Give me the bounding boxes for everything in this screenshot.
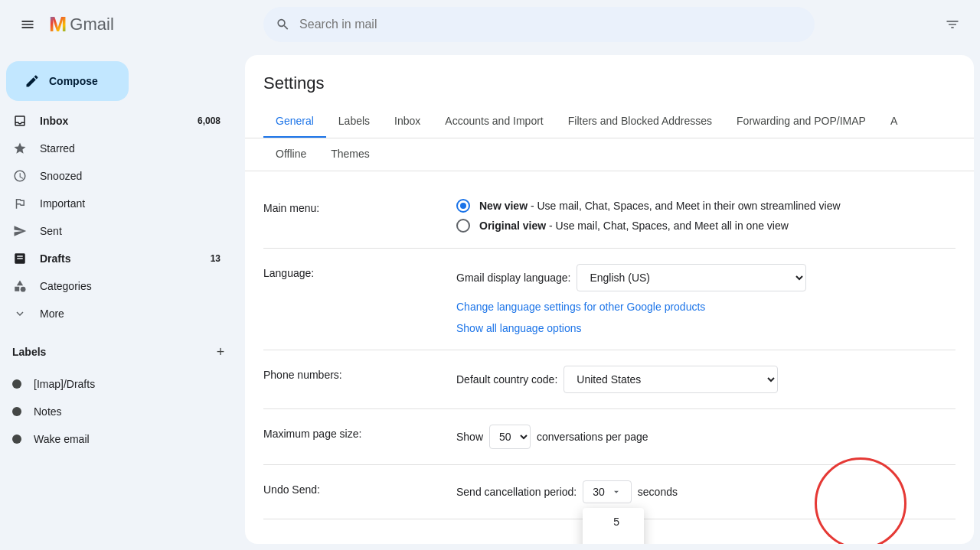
gmail-logo: M Gmail (49, 12, 114, 37)
tab-offline[interactable]: Offline (263, 138, 318, 171)
hamburger-button[interactable] (12, 9, 43, 40)
more-chevron-icon (12, 306, 28, 321)
sent-label: Sent (40, 225, 62, 237)
compose-icon (24, 73, 40, 89)
search-input[interactable] (299, 18, 802, 31)
snoozed-icon (12, 168, 28, 184)
main-menu-label: Main menu: (263, 199, 432, 214)
change-language-link[interactable]: Change language settings for other Googl… (456, 301, 956, 313)
language-label: Language: (263, 264, 432, 279)
header-right (937, 9, 968, 40)
drafts-icon (12, 251, 28, 266)
compose-button[interactable]: Compose (6, 61, 129, 101)
compose-label: Compose (49, 75, 98, 87)
header: M Gmail (0, 0, 980, 49)
send-cancellation-label: Send cancellation period: (456, 486, 577, 498)
search-bar[interactable] (263, 7, 815, 42)
label-imap-drafts: [Imap]/Drafts (34, 378, 95, 390)
country-select-row: Default country code: United States (456, 366, 956, 393)
tab-labels[interactable]: Labels (326, 106, 382, 138)
show-all-languages-link[interactable]: Show all language options (456, 322, 956, 334)
label-item-wake-email[interactable]: Wake email (0, 425, 233, 453)
page-size-content: Show 50 25 10 conversations per page (456, 425, 956, 449)
page-size-controls: Show 50 25 10 conversations per page (456, 425, 956, 449)
drafts-count: 13 (211, 253, 220, 264)
settings-title: Settings (245, 55, 974, 93)
label-wake-email: Wake email (34, 433, 90, 445)
important-label: Important (40, 197, 85, 210)
tab-accounts[interactable]: Accounts and Import (433, 106, 555, 138)
categories-icon (12, 278, 28, 294)
search-icon (276, 17, 290, 32)
country-code-select[interactable]: United States (564, 366, 778, 393)
language-select[interactable]: English (US) (577, 264, 806, 291)
sidebar-item-starred[interactable]: Starred (0, 135, 233, 162)
page-size-row: Maximum page size: Show 50 25 10 convers… (263, 409, 956, 465)
new-view-radio[interactable] (456, 199, 470, 213)
page-size-select[interactable]: 50 25 10 (489, 425, 531, 449)
sidebar-item-important[interactable]: Important (0, 190, 233, 217)
period-5-label: 5 (613, 516, 619, 528)
filter-icon[interactable] (937, 9, 968, 40)
label-item-imap-drafts[interactable]: [Imap]/Drafts (0, 370, 233, 398)
svg-rect-1 (15, 287, 19, 291)
sidebar-item-drafts[interactable]: Drafts 13 (0, 245, 233, 272)
display-language-label: Gmail display language: (456, 272, 570, 284)
tab-forwarding[interactable]: Forwarding and POP/IMAP (724, 106, 878, 138)
sidebar-item-snoozed[interactable]: Snoozed (0, 162, 233, 190)
labels-section: Labels + (0, 334, 245, 370)
label-dot-wake (12, 434, 21, 444)
new-view-option[interactable]: New view - Use mail, Chat, Spaces, and M… (456, 199, 956, 213)
period-option-10[interactable]: 10 (583, 535, 644, 544)
label-item-notes[interactable]: Notes (0, 398, 233, 425)
label-notes: Notes (34, 405, 62, 418)
language-row: Language: Gmail display language: Englis… (263, 249, 956, 350)
sidebar: Compose Inbox 6,008 Starred Snoozed (0, 49, 245, 550)
main-menu-row: Main menu: New view - Use mail, Chat, Sp… (263, 184, 956, 249)
svg-point-0 (21, 287, 26, 292)
undo-send-label: Undo Send: (263, 480, 432, 496)
starred-label: Starred (40, 142, 75, 155)
settings-content: Settings General Labels Inbox Accounts a… (245, 55, 974, 544)
undo-send-controls: Send cancellation period: 30 (456, 480, 956, 503)
main-layout: Compose Inbox 6,008 Starred Snoozed (0, 49, 980, 550)
sidebar-item-categories[interactable]: Categories (0, 272, 233, 300)
tab-themes[interactable]: Themes (318, 138, 382, 171)
settings-tabs: General Labels Inbox Accounts and Import… (245, 106, 974, 138)
settings-body: Main menu: New view - Use mail, Chat, Sp… (245, 171, 974, 532)
original-view-option[interactable]: Original view - Use mail, Chat, Spaces, … (456, 219, 956, 233)
phone-numbers-row: Phone numbers: Default country code: Uni… (263, 350, 956, 409)
inbox-label: Inbox (40, 115, 68, 127)
show-label: Show (456, 431, 483, 443)
phone-numbers-label: Phone numbers: (263, 366, 432, 381)
phone-numbers-content: Default country code: United States (456, 366, 956, 393)
sidebar-item-inbox[interactable]: Inbox 6,008 (0, 107, 233, 135)
settings-tabs-row2: Offline Themes (245, 138, 974, 171)
selected-period-value: 30 (593, 486, 605, 498)
undo-send-content: Send cancellation period: 30 (456, 480, 956, 503)
tab-more[interactable]: A (878, 106, 910, 138)
original-view-radio[interactable] (456, 219, 470, 233)
add-label-button[interactable]: + (208, 340, 233, 364)
cancellation-period-trigger[interactable]: 30 (583, 480, 632, 503)
sidebar-item-more[interactable]: More (0, 300, 233, 327)
drafts-label: Drafts (40, 252, 70, 265)
original-view-label: Original view - Use mail, Chat, Spaces, … (479, 220, 789, 232)
label-dot-imap (12, 379, 21, 389)
m-logo-icon: M (49, 12, 67, 37)
categories-label: Categories (40, 280, 92, 292)
sent-icon (12, 223, 28, 239)
snoozed-label: Snoozed (40, 170, 82, 182)
period-dropdown: 5 10 20 (583, 508, 644, 544)
tab-general[interactable]: General (263, 106, 326, 138)
header-left: M Gmail (12, 9, 257, 40)
period-option-5[interactable]: 5 (583, 508, 644, 535)
more-label: More (40, 308, 64, 320)
chevron-down-icon (611, 487, 622, 497)
undo-send-row: Undo Send: Send cancellation period: 30 (263, 465, 956, 519)
tab-inbox[interactable]: Inbox (382, 106, 433, 138)
conversations-per-page-label: conversations per page (537, 431, 648, 443)
sidebar-item-sent[interactable]: Sent (0, 217, 233, 245)
cancellation-period-dropdown-wrapper: 30 5 10 (583, 480, 632, 503)
tab-filters[interactable]: Filters and Blocked Addresses (556, 106, 724, 138)
